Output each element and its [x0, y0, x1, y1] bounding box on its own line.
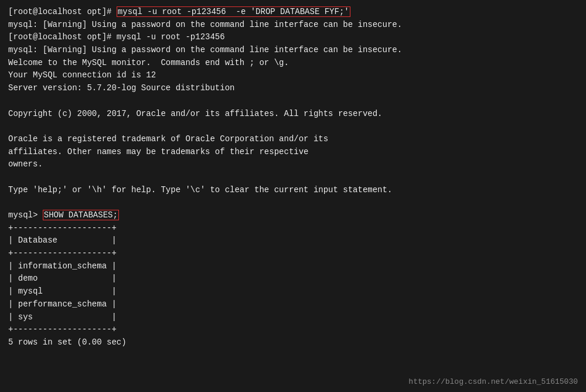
- table-header: | Database |: [8, 234, 578, 247]
- table-border-top: +--------------------+: [8, 222, 578, 235]
- row-count-line: 5 rows in set (0.00 sec): [8, 336, 578, 349]
- table-border-header: +--------------------+: [8, 247, 578, 260]
- terminal-line-15: Type 'help;' or '\h' for help. Type '\c'…: [8, 184, 578, 197]
- terminal-line-5: Welcome to the MySQL monitor. Commands e…: [8, 57, 578, 70]
- mysql-prompt: mysql>: [8, 210, 43, 220]
- terminal-line-2: mysql: [Warning] Using a password on the…: [8, 19, 578, 32]
- terminal-line-9: Copyright (c) 2000, 2017, Oracle and/or …: [8, 108, 578, 121]
- command-1: mysql -u root -p123456 -e 'DROP DATABASE…: [117, 6, 350, 17]
- watermark: https://blog.csdn.net/weixin_51615030: [408, 377, 578, 386]
- terminal-line-3: [root@localhost opt]# mysql -u root -p12…: [8, 31, 578, 44]
- terminal-line-13: owners.: [8, 158, 578, 171]
- terminal-line-17: mysql> SHOW DATABASES;: [8, 209, 578, 222]
- show-databases-command: SHOW DATABASES;: [43, 210, 119, 220]
- table-border-bottom: +--------------------+: [8, 323, 578, 336]
- db-row-demo: | demo |: [8, 272, 578, 285]
- db-row-info-schema: | information_schema |: [8, 260, 578, 273]
- db-row-perf-schema: | performance_schema |: [8, 298, 578, 311]
- terminal-line-7: Server version: 5.7.20-log Source distri…: [8, 82, 578, 95]
- prompt-1: [root@localhost opt]#: [8, 7, 117, 16]
- terminal-line-1: [root@localhost opt]# mysql -u root -p12…: [8, 6, 578, 19]
- terminal-line-16: [8, 196, 578, 209]
- terminal-line-11: Oracle is a registered trademark of Orac…: [8, 133, 578, 146]
- terminal-line-12: affiliates. Other names may be trademark…: [8, 146, 578, 159]
- db-row-mysql: | mysql |: [8, 285, 578, 298]
- terminal-line-6: Your MySQL connection id is 12: [8, 69, 578, 82]
- db-row-sys: | sys |: [8, 311, 578, 324]
- terminal-line-14: [8, 171, 578, 184]
- terminal-window: [root@localhost opt]# mysql -u root -p12…: [0, 0, 586, 392]
- terminal-line-10: [8, 120, 578, 133]
- terminal-line-4: mysql: [Warning] Using a password on the…: [8, 44, 578, 57]
- terminal-line-8: [8, 95, 578, 108]
